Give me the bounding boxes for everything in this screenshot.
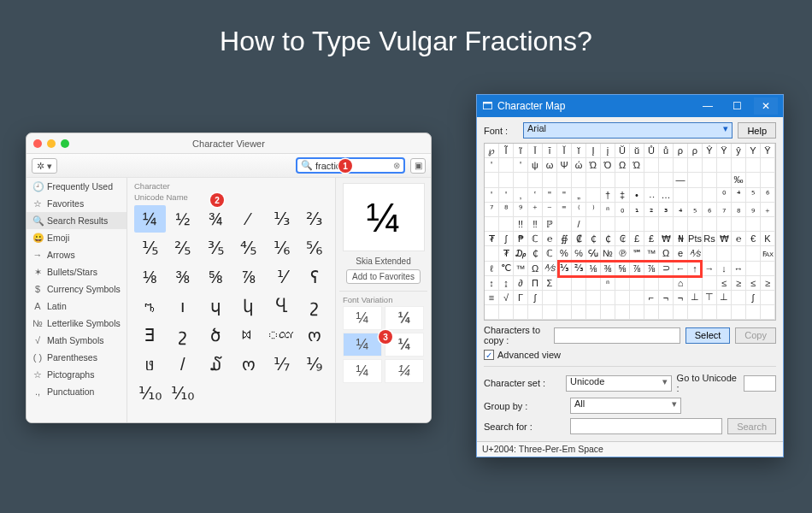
character-cell[interactable]: ⴺ (134, 321, 166, 349)
character-cell[interactable]: Ω (659, 246, 674, 261)
search-for-input[interactable] (570, 418, 722, 434)
character-cell[interactable]: ↕ (485, 276, 499, 291)
help-button[interactable]: Help (738, 122, 776, 139)
font-variation-cell[interactable]: ¼ (385, 359, 424, 383)
character-cell[interactable]: ₡ (572, 232, 586, 246)
character-cell[interactable] (717, 217, 732, 232)
character-cell[interactable]: ⁿ (601, 203, 615, 217)
maximize-icon[interactable]: ☐ (725, 97, 749, 115)
character-cell[interactable]: Ÿ (761, 144, 775, 158)
character-cell[interactable]: Ů (644, 144, 659, 158)
sidebar-item[interactable]: →Arrows (26, 246, 127, 263)
character-cell[interactable] (746, 262, 761, 276)
character-set-select[interactable]: Unicode ▾ (566, 375, 672, 392)
character-cell[interactable]: ⌐ (644, 291, 659, 305)
character-cell[interactable] (644, 217, 659, 232)
character-cell[interactable]: ™ (644, 246, 659, 261)
character-cell[interactable]: ∫ (499, 232, 514, 246)
character-cell[interactable]: ⅜ (601, 262, 615, 276)
character-cell[interactable] (703, 246, 717, 261)
character-cell[interactable]: Ŷ (703, 144, 717, 158)
character-cell[interactable]: į (601, 144, 615, 158)
character-cell[interactable]: ⊥ (717, 291, 732, 305)
character-cell[interactable]: ⅍ (543, 262, 557, 276)
character-cell[interactable]: Ψ (557, 158, 572, 173)
character-cell[interactable]: ⅝ (200, 263, 232, 291)
sidebar-item[interactable]: 😀Emoji (26, 229, 127, 246)
minimize-icon[interactable]: — (696, 97, 720, 115)
character-cell[interactable] (644, 305, 659, 320)
character-cell[interactable] (703, 305, 717, 320)
character-cell[interactable]: Rs (703, 232, 717, 246)
character-cell[interactable]: ℘ (485, 144, 499, 158)
character-cell[interactable] (528, 173, 543, 187)
character-cell[interactable] (586, 173, 601, 187)
clear-search-icon[interactable]: ⊗ (393, 161, 400, 170)
character-cell[interactable]: ⅘ (233, 234, 265, 262)
sidebar-item[interactable]: $Currency Symbols (26, 280, 127, 298)
character-cell[interactable]: ⅚ (299, 234, 331, 262)
character-cell[interactable]: ⅔ (572, 262, 586, 276)
character-cell[interactable]: ₵ (586, 232, 601, 246)
character-cell[interactable]: ծ (200, 321, 232, 349)
character-cell[interactable] (761, 262, 775, 276)
character-cell[interactable]: ⅐ (266, 351, 297, 378)
character-cell[interactable]: Ώ (630, 158, 644, 173)
character-cell[interactable]: ↑ (688, 262, 703, 276)
character-cell[interactable]: ĩ (514, 144, 528, 158)
character-cell[interactable] (499, 173, 514, 187)
sidebar-item[interactable]: √Math Symbols (26, 332, 127, 349)
character-cell[interactable]: ⁾ (586, 203, 601, 217)
character-cell[interactable]: ∯ (557, 232, 572, 246)
character-cell[interactable]: ℠ (630, 246, 644, 261)
character-cell[interactable]: ⅞ (233, 263, 265, 291)
character-cell[interactable]: ₩ (717, 232, 732, 246)
character-cell[interactable]: ⁿ (601, 276, 615, 291)
character-cell[interactable]: ℓ (485, 262, 499, 276)
character-cell[interactable] (761, 173, 775, 187)
close-icon[interactable]: ✕ (754, 97, 778, 115)
font-select[interactable]: Arial ▾ (523, 122, 733, 139)
character-cell[interactable] (761, 158, 775, 173)
character-cell[interactable] (266, 380, 297, 407)
add-to-favorites-button[interactable]: Add to Favorites (346, 269, 421, 284)
character-cell[interactable] (688, 276, 703, 291)
character-cell[interactable]: Ⴁ (266, 292, 297, 320)
character-table[interactable]: ℘ĨĩĪīĬĭĮįŬŭŮůρρŶŸŷYŸ''ψωΨώΏΌΩΏ—‰''‚‛""„†… (484, 143, 776, 321)
character-cell[interactable]: ů (659, 144, 674, 158)
character-cell[interactable] (674, 158, 688, 173)
character-cell[interactable] (572, 291, 586, 305)
character-cell[interactable]: ⁹ (514, 203, 528, 217)
minimize-icon[interactable] (47, 139, 56, 148)
zoom-icon[interactable] (61, 139, 69, 148)
character-cell[interactable]: ᢅ (266, 321, 297, 349)
character-cell[interactable] (732, 217, 746, 232)
character-cell[interactable]: ⅞ (630, 262, 644, 276)
character-cell[interactable]: Ĩ (499, 144, 514, 158)
character-cell[interactable]: ⅕ (134, 234, 166, 262)
character-cell[interactable]: ρ (688, 144, 703, 158)
character-cell[interactable]: ו (168, 292, 199, 320)
character-cell[interactable]: № (601, 246, 615, 261)
character-cell[interactable] (572, 305, 586, 320)
character-cell[interactable]: ' (514, 158, 528, 173)
character-cell[interactable] (543, 291, 557, 305)
character-cell[interactable]: ℅ (572, 246, 586, 261)
character-cell[interactable]: / (572, 217, 586, 232)
character-cell[interactable]: ⅛ (134, 263, 166, 291)
character-cell[interactable]: ᥳ (134, 351, 166, 378)
character-cell[interactable] (688, 188, 703, 203)
character-cell[interactable]: † (601, 188, 615, 203)
character-cell[interactable]: ₀ (615, 203, 630, 217)
character-cell[interactable]: ⁻ (543, 203, 557, 217)
character-cell[interactable]: ⅓ (266, 205, 297, 233)
character-cell[interactable]: ⅗ (200, 234, 232, 262)
character-cell[interactable]: ₩ (659, 232, 674, 246)
character-cell[interactable]: • (630, 188, 644, 203)
character-cell[interactable]: ო (299, 321, 331, 349)
character-cell[interactable] (572, 173, 586, 187)
character-cell[interactable]: " (543, 188, 557, 203)
character-cell[interactable]: ≤ (717, 276, 732, 291)
character-cell[interactable]: ₂ (644, 203, 659, 217)
character-cell[interactable]: ₦ (674, 232, 688, 246)
